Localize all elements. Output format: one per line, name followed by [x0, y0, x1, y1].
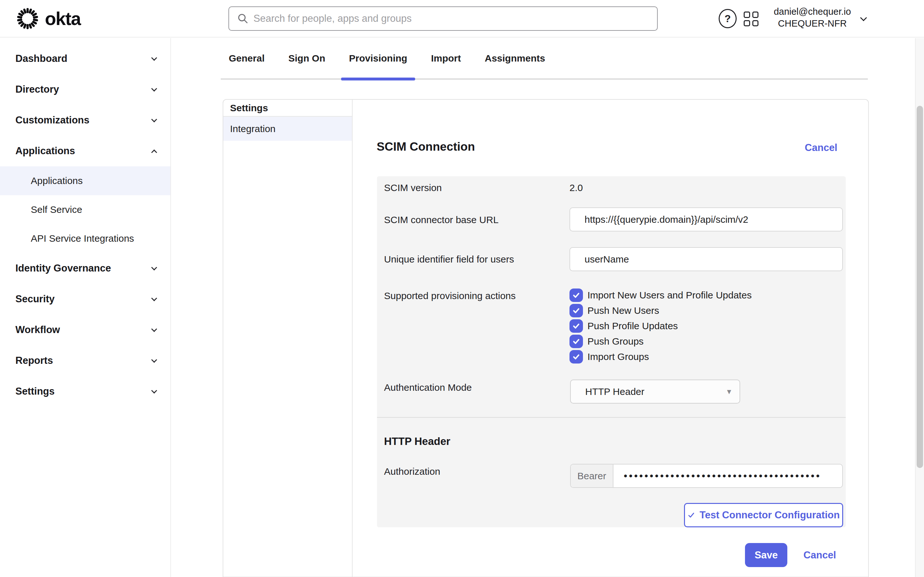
chevron-down-icon: [151, 55, 157, 61]
checkbox-checked[interactable]: [569, 335, 583, 348]
form-body: SCIM version 2.0 SCIM connector base URL…: [377, 176, 846, 527]
unique-id-input[interactable]: [569, 247, 843, 271]
settings-panel-header: Settings: [223, 100, 352, 117]
checkbox-row-import-users: Import New Users and Profile Updates: [569, 288, 752, 302]
auth-mode-label: Authentication Mode: [384, 382, 472, 393]
dropdown-caret-icon: ▾: [727, 387, 731, 396]
tab-provisioning[interactable]: Provisioning: [341, 38, 415, 79]
chevron-down-icon: [151, 295, 157, 301]
sidebar-subitem-applications[interactable]: Applications: [0, 166, 170, 195]
apps-grid-icon[interactable]: [744, 11, 758, 26]
check-icon: [572, 337, 580, 346]
scim-version-label: SCIM version: [384, 182, 442, 193]
http-header-heading: HTTP Header: [384, 435, 451, 448]
sidebar-item-identity-governance[interactable]: Identity Governance: [0, 253, 170, 284]
okta-logo[interactable]: okta: [17, 8, 81, 29]
chevron-down-icon: [151, 326, 157, 332]
top-bar: okta ? daniel@chequer.io CHEQUER-NFR: [0, 0, 924, 37]
authorization-token-input[interactable]: [614, 464, 842, 487]
sidebar-item-directory[interactable]: Directory: [0, 74, 170, 105]
scim-connection-form: SCIM Connection Cancel SCIM version 2.0 …: [353, 100, 868, 577]
authorization-label: Authorization: [384, 466, 440, 477]
checkbox-checked[interactable]: [569, 288, 583, 302]
sidebar-item-workflow[interactable]: Workflow: [0, 314, 170, 345]
provisioning-card: Settings Integration SCIM Connection Can…: [223, 99, 869, 577]
check-icon: [572, 306, 580, 315]
section-divider: [377, 417, 846, 418]
sidebar-item-settings[interactable]: Settings: [0, 376, 170, 407]
chevron-down-icon[interactable]: [860, 15, 867, 21]
sidebar-item-applications[interactable]: Applications: [0, 135, 170, 166]
check-icon: [572, 291, 580, 300]
chevron-down-icon: [151, 388, 157, 393]
chevron-down-icon: [151, 357, 157, 363]
checkbox-row-import-groups: Import Groups: [569, 350, 649, 364]
search-input[interactable]: [254, 7, 657, 30]
help-icon[interactable]: ?: [719, 9, 737, 28]
base-url-input[interactable]: [569, 207, 843, 231]
checkbox-checked[interactable]: [569, 304, 583, 318]
bearer-prefix: Bearer: [571, 464, 614, 487]
chevron-up-icon: [151, 149, 157, 155]
tab-sign-on[interactable]: Sign On: [280, 38, 333, 79]
checkbox-checked[interactable]: [569, 350, 583, 364]
sidebar-item-security[interactable]: Security: [0, 284, 170, 314]
checkbox-row-push-profile-updates: Push Profile Updates: [569, 319, 678, 333]
save-button[interactable]: Save: [745, 543, 787, 567]
search-icon: [237, 13, 248, 24]
org-name: CHEQUER-NFR: [769, 18, 855, 29]
check-icon: [688, 511, 695, 519]
sidebar-item-reports[interactable]: Reports: [0, 345, 170, 376]
chevron-down-icon: [151, 85, 157, 91]
unique-id-label: Unique identifier field for users: [384, 254, 514, 265]
base-url-label: SCIM connector base URL: [384, 214, 499, 226]
authorization-input-group: Bearer: [570, 464, 843, 488]
cancel-link-bottom[interactable]: Cancel: [803, 550, 836, 561]
page-title: SCIM Connection: [376, 140, 475, 153]
chevron-down-icon: [151, 116, 157, 122]
cancel-link-top[interactable]: Cancel: [804, 142, 837, 153]
tab-general[interactable]: General: [221, 38, 273, 79]
sidebar-item-customizations[interactable]: Customizations: [0, 105, 170, 135]
checkbox-row-push-groups: Push Groups: [569, 335, 644, 348]
auth-mode-select[interactable]: HTTP Header ▾: [570, 380, 740, 404]
sidebar-subitem-api-service-integrations[interactable]: API Service Integrations: [0, 224, 170, 253]
chevron-down-icon: [151, 264, 157, 270]
settings-panel-item-integration[interactable]: Integration: [223, 117, 352, 141]
checkbox-row-push-new-users: Push New Users: [569, 304, 659, 318]
scrollbar-thumb[interactable]: [917, 106, 923, 468]
app-tabs: General Sign On Provisioning Import Assi…: [221, 38, 868, 79]
global-search[interactable]: [228, 6, 658, 31]
checkbox-checked[interactable]: [569, 319, 583, 333]
okta-logo-icon: [17, 8, 39, 29]
account-menu[interactable]: daniel@chequer.io CHEQUER-NFR: [769, 6, 855, 29]
tab-assignments[interactable]: Assignments: [477, 38, 553, 79]
scim-version-value: 2.0: [569, 182, 583, 193]
sidebar: Dashboard Directory Customizations Appli…: [0, 38, 171, 577]
form-actions: Save Cancel: [745, 543, 836, 567]
page-scrollbar[interactable]: [915, 38, 924, 577]
check-icon: [572, 353, 580, 361]
tab-import[interactable]: Import: [423, 38, 469, 79]
check-icon: [572, 322, 580, 330]
okta-logo-text: okta: [45, 8, 81, 29]
test-connector-configuration-button[interactable]: Test Connector Configuration: [684, 503, 843, 527]
sidebar-item-dashboard[interactable]: Dashboard: [0, 43, 170, 74]
provisioning-actions-label: Supported provisioning actions: [384, 290, 515, 301]
user-email: daniel@chequer.io: [769, 6, 855, 18]
settings-side-panel: Settings Integration: [223, 100, 352, 577]
sidebar-subitem-self-service[interactable]: Self Service: [0, 195, 170, 224]
